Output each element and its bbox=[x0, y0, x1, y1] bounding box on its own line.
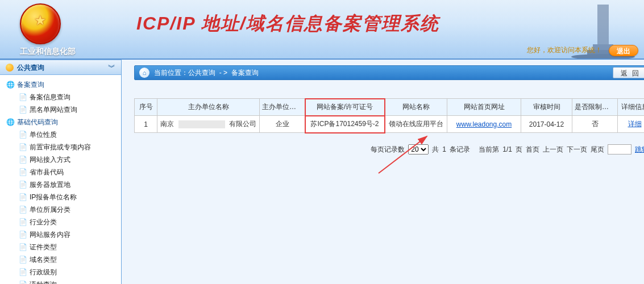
tree-item-unit-nature[interactable]: 📄单位性质 bbox=[6, 128, 119, 141]
prev-page-link[interactable]: 上一页 bbox=[543, 145, 563, 154]
detail-link[interactable]: 详细 bbox=[628, 120, 642, 128]
tree-group-label: 备案查询 bbox=[17, 78, 44, 91]
tree-item-preapproval[interactable]: 📄前置审批或专项内容 bbox=[6, 141, 119, 153]
tree-group-label: 基础代码查询 bbox=[17, 116, 58, 128]
th-limited: 是否限制接入 bbox=[572, 99, 618, 116]
page-icon: 📄 bbox=[18, 141, 27, 153]
th-sponsor: 主办单位名称 bbox=[157, 99, 260, 116]
tree-item-label: 单位所属分类 bbox=[30, 203, 70, 216]
last-page-link[interactable]: 尾页 bbox=[591, 145, 604, 154]
tree-group-record-query[interactable]: 🌐 备案查询 bbox=[6, 78, 119, 91]
tree-item-service-content[interactable]: 📄网站服务内容 bbox=[6, 228, 119, 241]
per-page-select[interactable]: 20 bbox=[408, 144, 429, 154]
pagination-bar: 每页记录数 20 共 1 条记录 当前第 1/1 页 首页 上一页 下一页 尾页… bbox=[134, 142, 644, 157]
page-icon: 📄 bbox=[18, 103, 27, 116]
total-prefix: 共 bbox=[432, 145, 439, 154]
back-button[interactable]: 返回 bbox=[613, 67, 644, 78]
tree-item-label: 单位性质 bbox=[30, 128, 57, 141]
cell-sponsor-prefix: 南京 bbox=[160, 120, 174, 128]
per-page-prefix: 每页记录数 bbox=[371, 145, 405, 154]
sidebar-section-header[interactable]: 公共查询 ︾ bbox=[0, 60, 121, 75]
home-icon[interactable]: ⌂ bbox=[139, 68, 149, 78]
page-icon: 📄 bbox=[18, 178, 27, 191]
page-icon: 📄 bbox=[18, 278, 27, 284]
tree-item-domain-type[interactable]: 📄域名类型 bbox=[6, 253, 119, 266]
tree-item-server-location[interactable]: 📄服务器放置地 bbox=[6, 178, 119, 191]
tree-item-access-mode[interactable]: 📄网站接入方式 bbox=[6, 153, 119, 166]
tree-item-label: 省市县代码 bbox=[30, 166, 64, 178]
page-icon: 📄 bbox=[18, 241, 27, 253]
page-suffix: 页 bbox=[516, 145, 522, 154]
page-icon: 📄 bbox=[18, 166, 27, 178]
tree-item-record-info-query[interactable]: 📄 备案信息查询 bbox=[6, 91, 119, 103]
welcome-text: 您好，欢迎访问本系统！ bbox=[527, 45, 602, 55]
next-page-link[interactable]: 下一页 bbox=[567, 145, 587, 154]
total-count: 1 bbox=[442, 145, 446, 153]
page-icon: 📄 bbox=[18, 153, 27, 166]
goto-page-input[interactable] bbox=[608, 144, 631, 154]
tree-item-cert-type[interactable]: 📄证件类型 bbox=[6, 241, 119, 253]
svg-rect-0 bbox=[597, 5, 609, 44]
breadcrumb-part1: 公共查询 bbox=[188, 65, 215, 80]
th-detail: 详细信息 bbox=[618, 99, 645, 116]
tree-item-label: 域名类型 bbox=[30, 253, 57, 266]
tree-item-label: 网站接入方式 bbox=[30, 153, 70, 166]
tree-item-ip-report-unit[interactable]: 📄IP报备单位名称 bbox=[6, 191, 119, 203]
sidebar-section-title: 公共查询 bbox=[17, 60, 44, 75]
breadcrumb-sep: - > bbox=[215, 65, 231, 80]
cell-sponsor-type: 企业 bbox=[260, 116, 305, 133]
exit-button[interactable]: 退出 bbox=[609, 45, 638, 56]
tree-item-label: 行政级别 bbox=[30, 266, 57, 278]
results-table-wrap: 序号 主办单位名称 主办单位性质 网站备案/许可证号 网站名称 网站首页网址 审… bbox=[134, 98, 644, 133]
th-review-time: 审核时间 bbox=[521, 99, 572, 116]
cell-detail: 详细 bbox=[618, 116, 645, 133]
sidebar-tree: 🌐 备案查询 📄 备案信息查询 📄 黑名单网站查询 🌐 基础代码查询 📄单位性质… bbox=[0, 75, 121, 284]
bullet-icon bbox=[6, 64, 14, 72]
breadcrumb-bar: ⌂ 当前位置： 公共查询 - > 备案查询 返回 bbox=[134, 65, 644, 80]
th-site-name: 网站名称 bbox=[385, 99, 447, 116]
cell-sponsor-suffix: 有限公司 bbox=[229, 120, 256, 128]
tree-item-admin-level[interactable]: 📄行政级别 bbox=[6, 266, 119, 278]
chevron-down-icon: ︾ bbox=[108, 60, 115, 75]
main-content: ⌂ 当前位置： 公共查询 - > 备案查询 返回 序号 主办单位名称 主办单位性… bbox=[122, 60, 644, 284]
table-header-row: 序号 主办单位名称 主办单位性质 网站备案/许可证号 网站名称 网站首页网址 审… bbox=[135, 99, 645, 116]
cell-review-time: 2017-04-12 bbox=[521, 116, 572, 133]
sidebar: 公共查询 ︾ 🌐 备案查询 📄 备案信息查询 📄 黑名单网站查询 🌐 基础代码查… bbox=[0, 60, 122, 284]
th-seq: 序号 bbox=[135, 99, 157, 116]
first-page-link[interactable]: 首页 bbox=[526, 145, 539, 154]
tree-item-industry[interactable]: 📄行业分类 bbox=[6, 216, 119, 228]
page-icon: 📄 bbox=[18, 228, 27, 241]
cell-seq: 1 bbox=[135, 116, 157, 133]
globe-icon: 🌐 bbox=[6, 78, 15, 91]
page-icon: 📄 bbox=[18, 203, 27, 216]
page-icon: 📄 bbox=[18, 266, 27, 278]
page-icon: 📄 bbox=[18, 128, 27, 141]
ministry-emblem-block: 工业和信息化部 bbox=[20, 3, 76, 57]
page-icon: 📄 bbox=[18, 191, 27, 203]
ministry-label: 工业和信息化部 bbox=[20, 47, 76, 57]
results-table: 序号 主办单位名称 主办单位性质 网站备案/许可证号 网站名称 网站首页网址 审… bbox=[134, 98, 644, 133]
globe-icon: 🌐 bbox=[6, 116, 15, 128]
jump-link[interactable]: 跳转 bbox=[635, 145, 644, 154]
tree-item-label: 语种查询 bbox=[30, 278, 57, 284]
national-emblem-icon bbox=[20, 3, 61, 44]
th-sponsor-type: 主办单位性质 bbox=[260, 99, 305, 116]
tree-item-label: IP报备单位名称 bbox=[30, 191, 77, 203]
tree-item-unit-category[interactable]: 📄单位所属分类 bbox=[6, 203, 119, 216]
tree-item-blacklist-query[interactable]: 📄 黑名单网站查询 bbox=[6, 103, 119, 116]
page-icon: 📄 bbox=[18, 216, 27, 228]
page-icon: 📄 bbox=[18, 91, 27, 103]
tree-item-language[interactable]: 📄语种查询 bbox=[6, 278, 119, 284]
site-url-link[interactable]: www.leadong.com bbox=[456, 120, 512, 128]
tree-group-basic-code-query[interactable]: 🌐 基础代码查询 bbox=[6, 116, 119, 128]
tree-item-label: 备案信息查询 bbox=[30, 91, 70, 103]
page-value: 1/1 bbox=[502, 145, 512, 153]
page-icon: 📄 bbox=[18, 253, 27, 266]
tree-item-label: 服务器放置地 bbox=[30, 178, 70, 191]
tree-item-label: 网站服务内容 bbox=[30, 228, 70, 241]
table-row: 1 南京 有限公司 企业 苏ICP备17012459号-2 领动在线应用平台 w… bbox=[135, 116, 645, 133]
tree-item-region-code[interactable]: 📄省市县代码 bbox=[6, 166, 119, 178]
cell-limited: 否 bbox=[572, 116, 618, 133]
breadcrumb-part2: 备案查询 bbox=[231, 65, 259, 80]
cell-sponsor-redacted bbox=[178, 120, 225, 128]
